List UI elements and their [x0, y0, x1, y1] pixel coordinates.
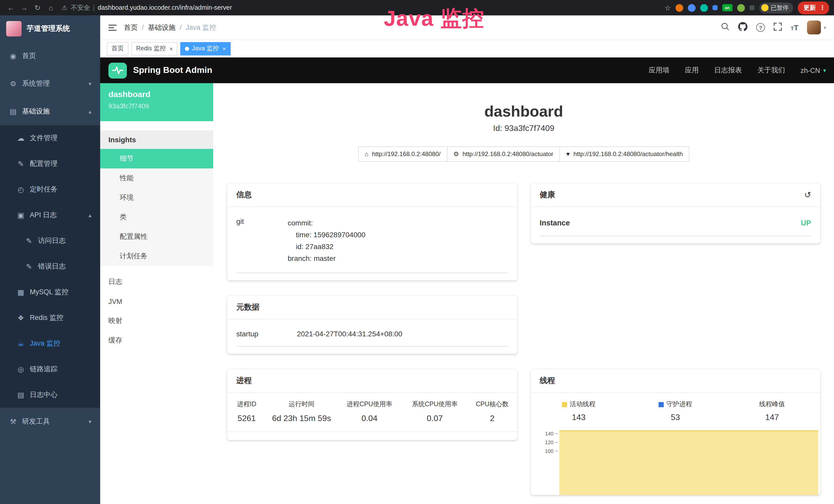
extension-icon-leaf[interactable] [737, 4, 745, 12]
sba-language-label: zh-CN [800, 67, 820, 74]
sidebar-item-dev-tools[interactable]: ⚒ 研发工具 ▾ [0, 408, 100, 435]
sidebar-item-system-mgmt[interactable]: ⚙ 系统管理 ▾ [0, 70, 100, 97]
legend-label: 守护进程 [666, 400, 692, 409]
forward-icon[interactable]: → [19, 2, 30, 13]
sba-item-logs[interactable]: 日志 [100, 272, 213, 292]
startup-key: startup [236, 330, 297, 338]
error-log-icon: ✎ [25, 262, 34, 271]
service-url-link[interactable]: ⌂ http://192.168.0.2:48080/ [358, 146, 447, 162]
sba-item-caches[interactable]: 缓存 [100, 331, 213, 350]
breadcrumb-infrastructure[interactable]: 基础设施 [148, 23, 176, 32]
extension-icon-green[interactable] [700, 4, 708, 12]
sba-nav-journal[interactable]: 日志报表 [714, 66, 742, 75]
process-proc-cpu-value: 0.04 [337, 412, 402, 432]
live-threads-value: 143 [530, 409, 627, 427]
close-icon[interactable]: × [170, 45, 173, 52]
y-tick: 120 [545, 440, 553, 445]
font-size-icon[interactable]: TT [791, 23, 798, 32]
user-menu[interactable]: ▾ [807, 21, 826, 35]
history-icon[interactable]: ↺ [804, 190, 811, 200]
tab-home[interactable]: 首页 [107, 42, 128, 55]
breadcrumb-home[interactable]: 首页 [124, 23, 138, 32]
sidebar-item-redis-monitor[interactable]: ❖ Redis 监控 [0, 305, 100, 331]
sidebar-item-file-mgmt[interactable]: ☁ 文件管理 [0, 125, 100, 151]
sba-instance-name: dashboard [108, 90, 205, 99]
fullscreen-icon[interactable] [774, 22, 782, 32]
address-bar[interactable]: ⚠ 不安全 dashboard.yudao.iocoder.cn/infra/a… [62, 3, 232, 12]
sba-nav-applications[interactable]: 应用 [685, 66, 699, 75]
help-icon[interactable]: ? [756, 23, 765, 32]
extension-icon-blue-drop[interactable] [687, 4, 695, 12]
home-icon: ⌂ [365, 151, 369, 158]
extension-icon-orange[interactable] [675, 4, 683, 12]
legend-blue-swatch [659, 402, 664, 407]
tag-tab-bar: 首页 Redis 监控 × Java 监控 × [100, 40, 834, 58]
sidebar-item-link-tracing[interactable]: ◎ 链路追踪 [0, 357, 100, 382]
legend-peak-threads: 线程峰值 [724, 393, 820, 409]
sidebar-item-label: 日志中心 [30, 390, 58, 399]
sba-item-details[interactable]: 细节 [100, 149, 213, 168]
sidebar-item-api-logs[interactable]: ▣ API 日志 ▴ [0, 202, 100, 228]
sba-nav-wallboard[interactable]: 应用墙 [649, 66, 670, 75]
sba-item-classes[interactable]: 类 [100, 207, 213, 227]
sidebar-item-error-logs[interactable]: ✎ 错误日志 [0, 254, 100, 279]
health-instance-row[interactable]: Instance UP [540, 210, 811, 236]
browser-menu-kebab-icon[interactable]: ⋮ [819, 4, 826, 11]
instance-id-line: Id: 93a3fc7f7409 [227, 124, 820, 133]
back-icon[interactable]: ← [5, 2, 17, 13]
sba-item-environment[interactable]: 环境 [100, 188, 213, 207]
health-heart-icon: ♥ [566, 151, 570, 158]
sba-brand-title[interactable]: Spring Boot Admin [133, 65, 213, 75]
close-icon[interactable]: × [222, 45, 226, 52]
sba-instance-header[interactable]: dashboard 93a3fc7f7409 [100, 83, 213, 121]
extension-icon-on-badge[interactable]: on [722, 4, 732, 11]
sba-item-jvm[interactable]: JVM [100, 292, 213, 311]
extension-icon-grid[interactable] [712, 5, 717, 10]
sidebar-item-config-mgmt[interactable]: ✎ 配置管理 [0, 151, 100, 177]
git-time-line: time: 1596289704000 [288, 229, 366, 241]
infrastructure-icon: ▤ [9, 107, 18, 116]
bookmark-star-icon[interactable]: ☆ [665, 4, 671, 12]
sba-item-config-props[interactable]: 配置属性 [100, 227, 213, 247]
sidebar-item-java-monitor[interactable]: ☕ Java 监控 [0, 331, 100, 357]
app-logo-row[interactable]: 芋道管理系统 [0, 16, 100, 42]
sidebar-item-access-logs[interactable]: ✎ 访问日志 [0, 228, 100, 254]
startup-value: 2021-04-27T00:44:31.254+08:00 [297, 330, 402, 338]
content-column: 首页 / 基础设施 / Java 监控 ? [100, 16, 834, 504]
java-monitor-icon: ☕ [17, 339, 25, 348]
update-label: 更新 [804, 3, 816, 12]
actuator-url-link[interactable]: ⚙ http://192.168.0.2:48080/actuator [447, 146, 560, 162]
mysql-icon: ▦ [17, 288, 25, 296]
instance-links: ⌂ http://192.168.0.2:48080/ ⚙ http://192… [227, 146, 820, 162]
github-icon[interactable] [738, 22, 747, 33]
chevron-down-icon: ▾ [89, 418, 91, 425]
sidebar-item-log-center[interactable]: ▤ 日志中心 [0, 382, 100, 408]
sidebar-item-label: 链路追踪 [30, 365, 58, 374]
spring-boot-admin-logo[interactable] [108, 62, 127, 78]
tab-redis-monitor[interactable]: Redis 监控 × [132, 42, 177, 55]
sba-nav-about[interactable]: 关于我们 [757, 66, 785, 75]
sba-item-mappings[interactable]: 映射 [100, 311, 213, 331]
git-key: git [236, 217, 288, 265]
sba-item-metrics[interactable]: 性能 [100, 168, 213, 188]
spacer [100, 266, 213, 272]
sba-language-select[interactable]: zh-CN ▾ [800, 67, 826, 74]
health-url-link[interactable]: ♥ http://192.168.0.2:48080/actuator/heal… [559, 146, 689, 162]
sba-section-insights: Insights [100, 131, 213, 149]
profile-paused-badge[interactable]: 已暂停 [759, 2, 793, 13]
browser-home-icon[interactable]: ⌂ [45, 2, 57, 13]
hamburger-icon[interactable] [108, 24, 117, 30]
search-icon[interactable] [721, 22, 729, 33]
update-button[interactable]: 更新 ⋮ [798, 1, 829, 14]
sidebar-item-scheduled-tasks[interactable]: ◴ 定时任务 [0, 177, 100, 202]
sidebar-item-mysql-monitor[interactable]: ▦ MySQL 监控 [0, 279, 100, 305]
sidebar-item-home[interactable]: ◉ 首页 [0, 42, 100, 70]
tab-java-monitor[interactable]: Java 监控 × [180, 42, 231, 55]
process-col-sys-cpu: 系统CPU使用率 [402, 393, 467, 412]
reload-icon[interactable]: ↻ [32, 2, 43, 13]
extensions-puzzle-icon[interactable] [749, 5, 754, 10]
sba-item-scheduled-tasks[interactable]: 计划任务 [100, 247, 213, 266]
sidebar-item-infrastructure[interactable]: ▤ 基础设施 ▴ [0, 97, 100, 125]
git-id-line: id: 27aa832 [288, 241, 366, 253]
process-table: 进程ID 运行时间 进程CPU使用率 系统CPU使用率 CPU核心数 5261 … [227, 393, 517, 432]
